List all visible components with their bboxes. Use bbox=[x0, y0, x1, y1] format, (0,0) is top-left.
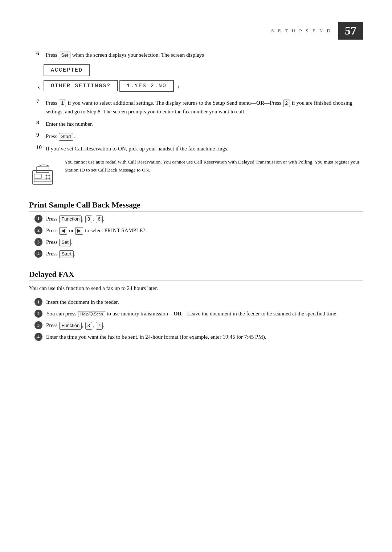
print-step-1-num: 1 bbox=[34, 215, 42, 223]
key-function-1: Function bbox=[59, 215, 82, 223]
delayed-step-2-num: 2 bbox=[34, 310, 42, 318]
step-9-text: Press Start. bbox=[46, 132, 363, 141]
svg-rect-1 bbox=[36, 167, 49, 173]
print-step-1-text: Press Function, 3, 6. bbox=[46, 214, 363, 223]
step-6-text: Press Set when the screen displays your … bbox=[46, 51, 363, 59]
step-7-row: 7 Press 1 if you want to select addition… bbox=[36, 98, 363, 116]
section-delayed: Delayed FAX You can use this function to… bbox=[29, 270, 363, 341]
note-block: You cannot use auto redial with Call Res… bbox=[29, 158, 363, 189]
page-number: 57 bbox=[338, 22, 363, 40]
fax-machine-icon bbox=[29, 160, 58, 189]
key-function-2: Function bbox=[59, 322, 82, 329]
key-right-arrow: ▶ bbox=[75, 227, 83, 234]
screen-arrow-left: ‹ bbox=[38, 83, 40, 90]
svg-rect-2 bbox=[34, 174, 41, 178]
screen-display: ACCEPTED ‹ OTHER SETTINGS? 1.YES 2.NO › bbox=[44, 64, 363, 93]
delayed-step-4: 4 Enter the time you want the fax to be … bbox=[34, 333, 363, 341]
step-9-row: 9 Press Start. bbox=[36, 132, 363, 141]
key-3-2: 3 bbox=[85, 322, 92, 329]
key-2: 2 bbox=[283, 100, 290, 107]
section-delayed-intro: You can use this function to send a fax … bbox=[29, 284, 363, 293]
step-7-text: Press 1 if you want to select additional… bbox=[46, 98, 363, 116]
svg-point-5 bbox=[46, 178, 48, 180]
print-step-4-text: Press Start. bbox=[46, 249, 363, 258]
print-step-2-num: 2 bbox=[34, 226, 42, 234]
key-set-2: Set bbox=[59, 239, 71, 246]
print-step-3-text: Press Set. bbox=[46, 238, 363, 246]
step-6-num: 6 bbox=[36, 51, 46, 57]
delayed-step-2-text: You can press Help/Q.Scan to use memory … bbox=[46, 309, 363, 318]
step-6-row: 6 Press Set when the screen displays you… bbox=[36, 51, 363, 59]
print-step-1: 1 Press Function, 3, 6. bbox=[34, 214, 363, 223]
key-3-1: 3 bbox=[85, 215, 92, 223]
section-print: Print Sample Call Back Message 1 Press F… bbox=[29, 200, 363, 258]
screen-line3: 1.YES 2.NO bbox=[119, 80, 174, 92]
page: S E T U P S E N D 57 6 Press Set when th… bbox=[0, 0, 392, 552]
key-left-arrow: ◀ bbox=[59, 227, 67, 234]
step-8-row: 8 Enter the fax number. bbox=[36, 120, 363, 128]
delayed-step-1-text: Insert the document in the feeder. bbox=[46, 298, 363, 306]
delayed-step-3-text: Press Function, 3, 7. bbox=[46, 321, 363, 330]
print-step-3-num: 3 bbox=[34, 238, 42, 246]
key-start-1: Start bbox=[59, 133, 73, 140]
print-step-2-text: Press ◀ or ▶ to select PRINT SAMPLE?. bbox=[46, 226, 363, 235]
screen-arrow-right: › bbox=[177, 83, 180, 90]
step-10-text: If you’ve set Call Reservation to ON, pi… bbox=[46, 144, 363, 153]
step-8-text: Enter the fax number. bbox=[46, 120, 363, 128]
step-10-num: 10 bbox=[36, 144, 46, 150]
delayed-step-1: 1 Insert the document in the feeder. bbox=[34, 298, 363, 306]
screen-line1: ACCEPTED bbox=[44, 64, 90, 76]
header-label: S E T U P S E N D bbox=[271, 28, 332, 34]
section-print-title: Print Sample Call Back Message bbox=[29, 200, 363, 211]
print-step-3: 3 Press Set. bbox=[34, 238, 363, 246]
key-1: 1 bbox=[59, 100, 66, 107]
delayed-step-3-num: 3 bbox=[34, 321, 42, 329]
svg-rect-7 bbox=[34, 180, 51, 182]
step-9-num: 9 bbox=[36, 132, 46, 138]
screen-line2: OTHER SETTINGS? bbox=[44, 80, 118, 91]
page-header: S E T U P S E N D 57 bbox=[29, 22, 363, 40]
step-10-row: 10 If you’ve set Call Reservation to ON,… bbox=[36, 144, 363, 153]
note-text: You cannot use auto redial with Call Res… bbox=[65, 158, 363, 174]
svg-point-6 bbox=[49, 178, 50, 180]
key-set-1: Set bbox=[59, 52, 70, 59]
print-step-2: 2 Press ◀ or ▶ to select PRINT SAMPLE?. bbox=[34, 226, 363, 235]
key-help-qscan: Help/Q.Scan bbox=[78, 311, 105, 317]
delayed-step-4-text: Enter the time you want the fax to be se… bbox=[46, 333, 363, 341]
section-delayed-title: Delayed FAX bbox=[29, 270, 363, 281]
delayed-step-1-num: 1 bbox=[34, 298, 42, 306]
print-step-4-num: 4 bbox=[34, 250, 42, 258]
delayed-step-3: 3 Press Function, 3, 7. bbox=[34, 321, 363, 330]
delayed-step-2: 2 You can press Help/Q.Scan to use memor… bbox=[34, 309, 363, 318]
step-8-num: 8 bbox=[36, 120, 46, 126]
key-start-2: Start bbox=[59, 250, 73, 258]
key-6: 6 bbox=[96, 215, 103, 223]
step-7-num: 7 bbox=[36, 98, 46, 105]
svg-point-4 bbox=[49, 175, 50, 177]
svg-point-3 bbox=[46, 175, 48, 177]
key-7: 7 bbox=[96, 322, 103, 329]
print-step-4: 4 Press Start. bbox=[34, 249, 363, 258]
delayed-step-4-num: 4 bbox=[34, 333, 42, 341]
